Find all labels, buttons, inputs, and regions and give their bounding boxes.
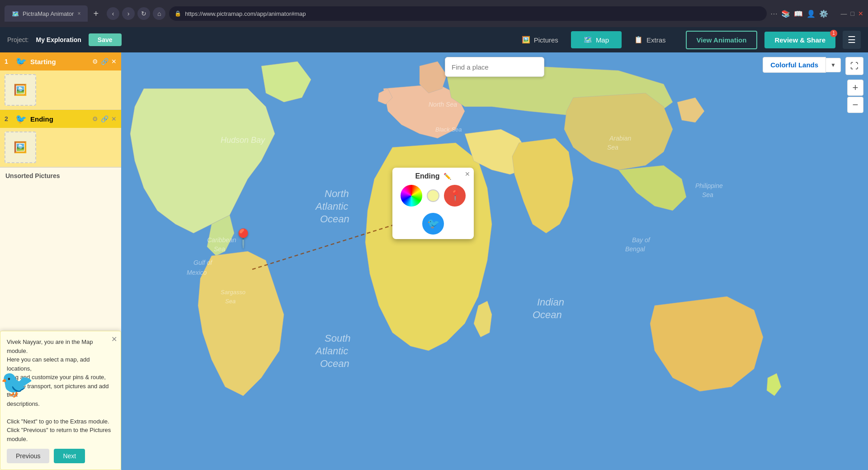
ending-popup-title-text: Ending: [415, 172, 439, 180]
map-fullscreen-button[interactable]: ⛶: [845, 57, 863, 75]
next-button[interactable]: Next: [54, 449, 85, 463]
svg-text:Black Sea: Black Sea: [435, 126, 462, 133]
browser-chrome: 🗺️ PictraMap Animator × + ‹ › ↻ ⌂ 🔒 http…: [0, 0, 868, 27]
tutorial-line7: Click "Previous" to return to the Pictur…: [7, 427, 111, 442]
svg-text:Philippine: Philippine: [695, 182, 723, 189]
hamburger-menu-button[interactable]: ☰: [843, 31, 861, 49]
forward-button[interactable]: ›: [122, 7, 135, 20]
svg-text:Indian: Indian: [537, 296, 564, 308]
tutorial-line6: Click "Next" to go to the Extras module.: [7, 418, 109, 425]
svg-text:Sea: Sea: [607, 144, 618, 151]
scene2-delete-icon[interactable]: ✕: [111, 115, 117, 122]
scene-starting-header: 1 🐦 Starting ⚙ 🔗 ✕: [0, 52, 121, 70]
ending-popup-icons: 📍: [401, 185, 466, 207]
project-name: My Exploration: [36, 36, 81, 43]
scene2-content: 🖼️: [0, 128, 121, 167]
ending-popup-close-button[interactable]: ✕: [465, 170, 470, 178]
scene2-link-icon[interactable]: 🔗: [101, 115, 108, 122]
scene2-settings-icon[interactable]: ⚙: [92, 115, 98, 122]
svg-text:Bay of: Bay of: [632, 236, 651, 244]
tutorial-buttons: Previous Next: [7, 449, 114, 463]
svg-text:Sargasso: Sargasso: [221, 289, 245, 296]
lock-icon: 🔒: [175, 10, 181, 17]
window-maximize-icon[interactable]: □: [851, 10, 854, 17]
map-style-dropdown-arrow[interactable]: ▼: [826, 58, 841, 72]
map-style-selector: Colorful Lands ▼: [763, 57, 841, 73]
previous-button[interactable]: Previous: [7, 449, 49, 463]
svg-text:Bengal: Bengal: [625, 245, 645, 253]
svg-text:Hudson Bay: Hudson Bay: [221, 136, 265, 145]
tutorial-close-button[interactable]: ✕: [111, 335, 117, 343]
tab-map[interactable]: 🗺️ Map: [571, 31, 622, 48]
save-button[interactable]: Save: [89, 33, 122, 46]
url-text: https://www.pictramap.com/app/animator#m…: [185, 10, 306, 17]
fullscreen-icon: ⛶: [850, 61, 859, 71]
scene1-settings-icon[interactable]: ⚙: [92, 58, 98, 65]
scene1-actions: ⚙ 🔗 ✕: [92, 58, 117, 65]
svg-text:Ocean: Ocean: [320, 213, 349, 225]
svg-text:Arabian: Arabian: [609, 135, 631, 142]
svg-text:South: South: [325, 333, 351, 344]
map-toolbar: [445, 57, 544, 77]
scene1-title: Starting: [30, 58, 89, 66]
ending-popup-title: Ending ✏️: [415, 172, 451, 180]
review-share-button[interactable]: Review & Share: [764, 32, 835, 48]
zoom-in-button[interactable]: +: [847, 80, 863, 96]
scene1-delete-icon[interactable]: ✕: [111, 58, 117, 65]
scene2-icon: 🐦: [15, 113, 27, 124]
address-bar[interactable]: 🔒 https://www.pictramap.com/app/animator…: [169, 6, 766, 21]
scene-starting: 1 🐦 Starting ⚙ 🔗 ✕ 🖼️: [0, 52, 121, 110]
mascot-bird: 🐦: [0, 368, 34, 400]
scene1-number: 1: [5, 58, 12, 65]
tutorial-line1: Vivek Nayyar, you are in the Map module.: [7, 338, 93, 354]
tab-extras-label: Extras: [646, 36, 666, 44]
map-area[interactable]: North Atlantic Ocean South Atlantic Ocea…: [121, 52, 868, 470]
window-close-icon[interactable]: ✕: [858, 10, 863, 17]
browser-actions: ⋯ 📚 📖 👤 ⚙️ — □ ✕: [770, 9, 863, 18]
main-layout: 1 🐦 Starting ⚙ 🔗 ✕ 🖼️ 2 🐦 Ending ⚙: [0, 52, 868, 470]
unsorted-pictures-label: Unsorted Pictures: [0, 167, 121, 184]
white-dot-pin[interactable]: [427, 189, 439, 202]
svg-text:Sea: Sea: [702, 191, 713, 198]
find-place-input[interactable]: [445, 57, 544, 77]
browser-tab[interactable]: 🗺️ PictraMap Animator ×: [5, 5, 88, 22]
tab-title: PictraMap Animator: [23, 10, 74, 17]
ending-popup-edit-icon[interactable]: ✏️: [443, 173, 451, 180]
back-button[interactable]: ‹: [107, 7, 119, 20]
view-animation-button[interactable]: View Animation: [686, 31, 758, 49]
color-wheel-pin[interactable]: [401, 185, 422, 207]
tab-pictures[interactable]: 🖼️ Pictures: [509, 31, 571, 48]
scene1-thumbnail: 🖼️: [5, 74, 36, 106]
notification-count: 1: [830, 30, 837, 37]
extensions-icon: ⋯: [770, 9, 778, 18]
settings-icon: ⚙️: [819, 9, 828, 18]
orange-location-pin[interactable]: 📍: [232, 228, 255, 249]
robot-pin[interactable]: 🐦: [422, 213, 444, 235]
scene1-link-icon[interactable]: 🔗: [101, 58, 108, 65]
tab-close-icon[interactable]: ×: [77, 10, 80, 17]
zoom-out-button[interactable]: −: [847, 97, 863, 113]
new-tab-button[interactable]: +: [93, 9, 99, 19]
scene-ending: 2 🐦 Ending ⚙ 🔗 ✕ 🖼️: [0, 110, 121, 167]
pictures-icon: 🖼️: [522, 36, 530, 44]
svg-text:Mexico: Mexico: [187, 269, 207, 276]
sidebar: 1 🐦 Starting ⚙ 🔗 ✕ 🖼️ 2 🐦 Ending ⚙: [0, 52, 121, 470]
window-minimize-icon[interactable]: —: [841, 10, 847, 17]
scene-ending-header: 2 🐦 Ending ⚙ 🔗 ✕: [0, 110, 121, 128]
app-header: Project: My Exploration Save 🖼️ Pictures…: [0, 27, 868, 52]
home-button[interactable]: ⌂: [153, 7, 165, 20]
red-location-pin[interactable]: 📍: [444, 185, 466, 207]
svg-text:Gulf of: Gulf of: [193, 259, 213, 266]
browser-nav: ‹ › ↻ ⌂: [107, 7, 165, 20]
tab-map-label: Map: [596, 36, 609, 44]
reload-button[interactable]: ↻: [137, 7, 150, 20]
svg-text:Ocean: Ocean: [533, 309, 562, 320]
svg-text:Sea: Sea: [225, 298, 236, 305]
scene2-actions: ⚙ 🔗 ✕: [92, 115, 117, 122]
extras-icon: 📋: [634, 36, 643, 44]
tab-favicon: 🗺️: [12, 10, 19, 17]
tab-extras[interactable]: 📋 Extras: [622, 31, 679, 48]
scene2-thumbnail: 🖼️: [5, 132, 36, 163]
tutorial-line5: descriptions.: [7, 400, 40, 407]
notification-badge: Review & Share 1: [764, 32, 835, 48]
